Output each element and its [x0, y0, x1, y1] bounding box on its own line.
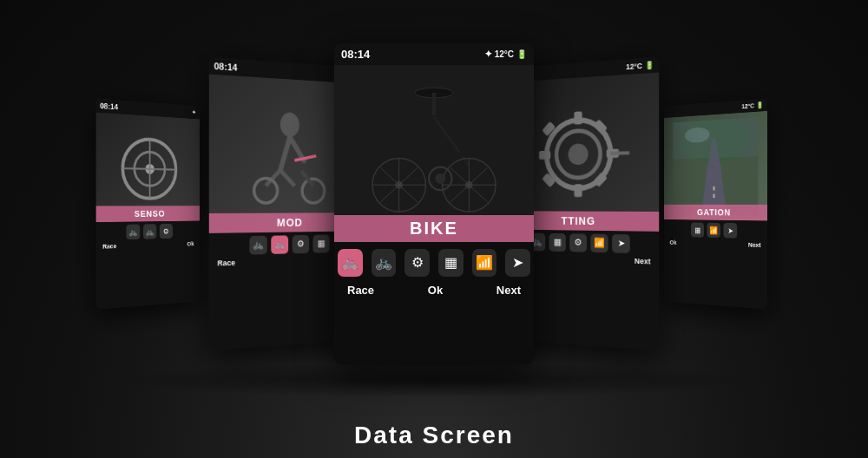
gear-svg — [525, 98, 634, 207]
gear-icon-center: ⚙ — [404, 249, 430, 277]
btn-next-setting[interactable]: Next — [635, 257, 651, 265]
btn-ok-bike[interactable]: Ok — [428, 284, 443, 297]
svg-rect-45 — [574, 184, 582, 197]
bike-icon-mode1: 🚲 — [249, 235, 266, 254]
buttons-sensor: Race Ok — [96, 239, 200, 254]
label-nav: GATION — [664, 205, 767, 221]
btn-ok-sensor[interactable]: Ok — [187, 240, 194, 247]
battery-bike: 🔋 — [516, 49, 527, 59]
btn-race-mode[interactable]: Race — [217, 258, 235, 267]
btn-next-nav[interactable]: Next — [748, 241, 760, 248]
svg-line-18 — [459, 118, 463, 128]
svg-point-43 — [569, 143, 589, 165]
bike-icon-center-main: 🚲 — [338, 249, 363, 277]
temp-setting: 12°C — [626, 62, 642, 71]
svg-line-6 — [280, 137, 290, 171]
page-title: Data Screen — [354, 422, 514, 449]
screen-header-bike: 08:14 ✦ 12°C 🔋 — [334, 43, 534, 65]
wifi-icon-nav: 📶 — [707, 223, 720, 238]
btn-race-sensor[interactable]: Race — [102, 243, 116, 251]
buttons-nav: Ok Next — [664, 238, 767, 252]
bike-icon-center2: 🚲 — [372, 249, 397, 277]
bar-icon-nav: ▦ — [691, 222, 704, 237]
road-svg — [669, 117, 762, 215]
svg-line-9 — [280, 171, 294, 186]
bike-icon-mode2: 🚲 — [271, 235, 288, 254]
svg-point-40 — [435, 173, 445, 184]
image-bike: BIKE — [334, 65, 534, 242]
screens-container: 08:14 ✦ SENSO 🚲 🚲 ⚙ — [43, 17, 825, 390]
time-sensor: 08:14 — [100, 101, 118, 111]
icons-bike: 🚲 🚲 ⚙ ▦ 📶 ➤ — [334, 242, 534, 280]
label-bike: BIKE — [334, 215, 534, 242]
ground-shadow — [130, 363, 738, 397]
gear-icon-setting: ⚙ — [569, 233, 587, 252]
screen-navigation[interactable]: 12°C 🔋 GATION — [664, 98, 767, 309]
status-nav: 12°C 🔋 — [741, 101, 763, 110]
bike-svg — [354, 74, 514, 232]
battery-setting: 🔋 — [645, 61, 654, 70]
svg-point-10 — [254, 179, 278, 204]
sensor-svg — [107, 124, 189, 211]
gear-icon-1: ⚙ — [160, 224, 173, 239]
image-sensor: SENSO — [96, 113, 200, 223]
time-bike: 08:14 — [341, 48, 370, 61]
bar-icon-setting: ▦ — [549, 233, 566, 252]
status-setting: 12°C 🔋 — [626, 61, 654, 71]
screen-bike[interactable]: 08:14 ✦ 12°C 🔋 — [334, 43, 534, 364]
status-bike: ✦ 12°C 🔋 — [484, 49, 527, 60]
svg-point-11 — [302, 179, 325, 203]
nav-icon-bike: ✦ — [484, 49, 492, 60]
bar-icon-center: ▦ — [438, 249, 464, 277]
image-nav: GATION — [664, 111, 767, 221]
bike-icon-2: 🚲 — [143, 224, 156, 239]
buttons-bike: Race Ok Next — [334, 280, 534, 304]
battery-nav: 🔋 — [756, 101, 763, 109]
svg-rect-15 — [432, 93, 436, 118]
btn-race-bike[interactable]: Race — [347, 284, 374, 297]
svg-line-17 — [405, 118, 409, 128]
svg-line-7 — [290, 137, 304, 160]
title-text: Data Screen — [354, 422, 514, 448]
svg-rect-44 — [574, 111, 582, 124]
svg-rect-56 — [673, 117, 758, 160]
temp-nav: 12°C — [741, 102, 754, 110]
btn-ok-nav[interactable]: Ok — [670, 239, 677, 246]
gear-icon-mode: ⚙ — [292, 235, 308, 253]
screen-sensor[interactable]: 08:14 ✦ SENSO 🚲 🚲 ⚙ — [96, 98, 200, 309]
svg-line-4 — [122, 168, 175, 170]
nav-icon-sensor: ✦ — [192, 109, 196, 116]
btn-next-bike[interactable]: Next — [496, 284, 521, 297]
svg-line-52 — [610, 153, 629, 154]
wifi-icon-center: 📶 — [472, 249, 497, 277]
nav-icon-nav: ➤ — [723, 223, 737, 239]
cyclist-svg — [226, 91, 350, 217]
nav-icon-setting: ➤ — [612, 234, 630, 253]
temp-bike: 12°C — [495, 49, 514, 59]
wifi-icon-setting: 📶 — [590, 233, 608, 252]
nav-icon-center: ➤ — [505, 249, 530, 277]
svg-rect-46 — [539, 150, 550, 159]
svg-point-5 — [280, 113, 299, 138]
label-sensor: SENSO — [96, 206, 200, 222]
square-icon-mode: ▦ — [312, 234, 329, 252]
time-mode: 08:14 — [214, 61, 238, 73]
status-sensor: ✦ — [192, 109, 196, 116]
bike-icon-1: 🚲 — [126, 225, 140, 240]
